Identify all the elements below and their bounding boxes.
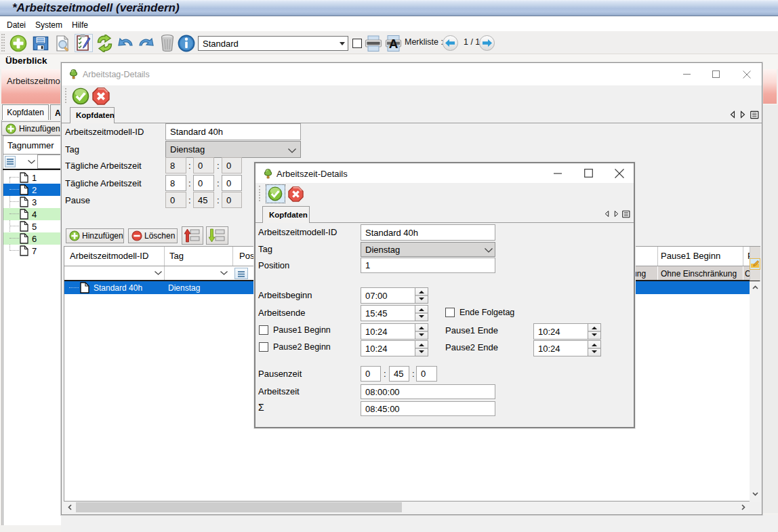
svg-text:A: A <box>389 37 398 51</box>
